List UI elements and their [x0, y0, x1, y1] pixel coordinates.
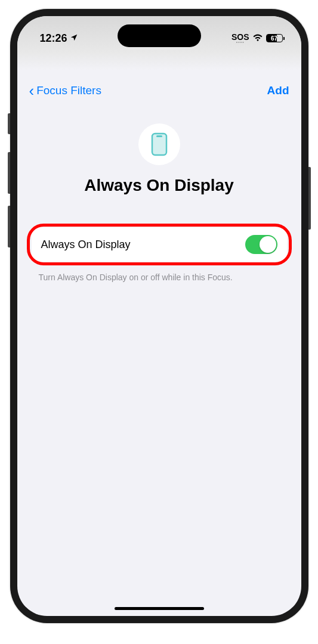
always-on-display-toggle[interactable] [245, 235, 277, 254]
sos-indicator: SOS •••• [231, 33, 249, 44]
page-title: Always On Display [29, 176, 289, 195]
feature-icon-circle [138, 123, 180, 165]
phone-screen: 12:26 SOS •••• [17, 16, 301, 616]
content: Always On Display Always On Display Turn… [17, 123, 301, 282]
dynamic-island [118, 24, 201, 47]
home-indicator[interactable] [115, 607, 204, 610]
status-right: SOS •••• 67 [231, 33, 285, 44]
volume-up-button [8, 152, 10, 194]
location-arrow-icon [70, 32, 78, 45]
phone-device-icon [151, 132, 168, 156]
nav-bar: ‹ Focus Filters Add [17, 76, 301, 106]
add-button[interactable]: Add [267, 84, 289, 97]
power-button [308, 167, 311, 230]
setting-label: Always On Display [41, 239, 131, 251]
status-left: 12:26 [40, 32, 78, 45]
wifi-icon [252, 33, 263, 44]
phone-frame: 12:26 SOS •••• [10, 9, 308, 623]
back-label: Focus Filters [36, 84, 101, 97]
chevron-left-icon: ‹ [29, 83, 35, 98]
setting-row-highlight: Always On Display [29, 225, 289, 264]
mute-switch [8, 113, 10, 134]
status-time: 12:26 [40, 32, 67, 45]
svg-rect-1 [156, 135, 162, 137]
toggle-knob [260, 236, 276, 253]
gradient-band [17, 52, 301, 70]
battery-icon: 67 [266, 34, 285, 42]
always-on-display-row[interactable]: Always On Display [32, 227, 287, 262]
back-button[interactable]: ‹ Focus Filters [29, 83, 101, 98]
setting-footer: Turn Always On Display on or off while i… [29, 273, 289, 282]
volume-down-button [8, 206, 10, 247]
